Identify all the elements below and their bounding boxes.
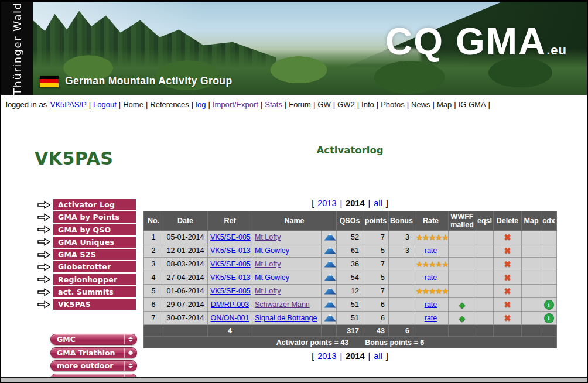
activator-points-summary: Activator points = 43: [276, 338, 348, 347]
nav-link-photos[interactable]: Photos: [381, 100, 404, 109]
sidebar-button-gma-uniques[interactable]: GMA Uniques: [53, 237, 136, 248]
nav-separator: |: [454, 100, 456, 109]
rate-link[interactable]: rate: [425, 273, 437, 282]
nav-link-map[interactable]: Map: [437, 100, 452, 109]
sidebar-item-gma-by-qso[interactable]: GMA by QSO: [37, 224, 136, 235]
summit-name-link[interactable]: Mt Lofty: [255, 233, 281, 241]
nav-link-forum[interactable]: Forum: [289, 100, 311, 109]
qsos-cell: 51: [337, 312, 363, 325]
sidebar-item-act-summits[interactable]: act. Summits: [37, 286, 136, 297]
sidebar-button-vk5pas[interactable]: VK5PAS: [53, 299, 136, 310]
col-header-delete: Delete: [494, 211, 522, 231]
delete-icon[interactable]: ✖: [504, 232, 511, 242]
sidebar-item-gma-s2s[interactable]: GMA S2S: [37, 249, 136, 260]
rate-link[interactable]: rate: [425, 247, 437, 255]
sidebar-item-activator-log[interactable]: Activator Log: [37, 199, 136, 210]
nav-link-import-export[interactable]: Import/Export: [213, 100, 258, 109]
sidebar-item-vk5pas[interactable]: VK5PAS: [37, 299, 136, 310]
mountain-icon[interactable]: [324, 300, 336, 310]
date-cell: 05-01-2014: [163, 231, 208, 244]
nav-link-ig-gma[interactable]: IG GMA: [459, 100, 486, 109]
browser-viewport: Thüringer Wald CQ GMA.eu German Mountain…: [0, 0, 588, 383]
ref-link[interactable]: DM/RP-003: [211, 300, 249, 309]
summit-name-link[interactable]: Mt Lofty: [255, 260, 281, 268]
pagination-link-2013[interactable]: 2013: [317, 351, 336, 361]
mountain-icon[interactable]: [324, 259, 336, 269]
nav-link-stats[interactable]: Stats: [265, 100, 282, 109]
col-header-eqsl: eqsl: [476, 211, 494, 231]
sidebar-item-gma-by-points[interactable]: GMA by Points: [37, 211, 136, 223]
mountain-icon[interactable]: [324, 286, 336, 296]
rate-cell: rate: [413, 298, 449, 312]
delete-icon[interactable]: ✖: [504, 246, 511, 255]
arrow-down-icon: [128, 366, 133, 368]
wwff-mailed-cell: [449, 258, 476, 271]
summit-name-link[interactable]: Signal de Botrange: [255, 314, 317, 322]
ref-link[interactable]: ON/ON-001: [211, 314, 249, 322]
nav-link-gw[interactable]: GW: [317, 100, 330, 109]
ref-link[interactable]: VK5/SE-005: [210, 233, 251, 241]
sidebar-item-gma-uniques[interactable]: GMA Uniques: [37, 237, 136, 248]
sidebar-select-gmc[interactable]: GMC: [50, 334, 137, 345]
ref-link[interactable]: VK5/SE-005: [210, 287, 251, 295]
mountain-icon[interactable]: [324, 232, 336, 242]
banner-region-label: Thüringer Wald: [1, 2, 33, 95]
mountain-icon[interactable]: [324, 246, 336, 256]
bracket-close: ]: [386, 351, 388, 361]
sidebar-button-gma-s2s[interactable]: GMA S2S: [53, 249, 136, 260]
nav-link-home[interactable]: Home: [123, 100, 143, 109]
sidebar-button-gma-by-points[interactable]: GMA by Points: [53, 211, 136, 223]
cdx-info-icon[interactable]: i: [544, 300, 554, 310]
summit-name-link[interactable]: Schwarzer Mann: [255, 300, 310, 309]
table-header-row: No. Date Ref Name QSOs points Bonus Rate…: [144, 211, 557, 231]
delete-icon[interactable]: ✖: [504, 286, 511, 296]
pagination-link-all[interactable]: all: [374, 351, 382, 361]
sidebar-button-gma-by-qso[interactable]: GMA by QSO: [53, 224, 136, 235]
sidebar-select-more-outdoor[interactable]: more outdoor: [50, 360, 137, 371]
ref-link[interactable]: VK5/SE-005: [210, 260, 251, 268]
delete-icon[interactable]: ✖: [504, 273, 511, 282]
nav-link-references[interactable]: References: [150, 100, 189, 109]
pagination-link-2013[interactable]: 2013: [317, 199, 336, 208]
nav-link-news[interactable]: News: [411, 100, 430, 109]
dropdown-arrows-icon: [124, 348, 136, 358]
nav-link-vk5pas-p[interactable]: VK5PAS/P: [50, 100, 87, 109]
year-pagination-top: [2013|2014|all]: [143, 199, 556, 208]
sidebar-button-act-summits[interactable]: act. Summits: [53, 286, 136, 297]
totals-qsos: 317: [337, 325, 363, 337]
summit-name-link[interactable]: Mt Lofty: [255, 287, 281, 295]
sidebar-button-globetrotter[interactable]: Globetrotter: [53, 261, 136, 272]
rate-link[interactable]: rate: [425, 300, 437, 309]
mountain-icon[interactable]: [324, 273, 336, 283]
sidebar-button-regionhopper[interactable]: Regionhopper: [53, 274, 136, 285]
delete-icon[interactable]: ✖: [504, 259, 511, 269]
nav-link-log[interactable]: log: [196, 100, 206, 109]
nav-link-logout[interactable]: Logout: [93, 100, 117, 109]
delete-icon[interactable]: ✖: [504, 313, 511, 323]
bracket-close: ]: [386, 199, 388, 208]
delete-cell: ✖: [494, 231, 522, 244]
mountain-cell: [322, 298, 337, 312]
eqsl-cell: [476, 312, 494, 325]
wwff-mailed-cell: ◆: [449, 298, 476, 312]
summit-name-link[interactable]: Mt Gowley: [255, 273, 289, 282]
col-header-wwff-mailed: WWFF mailed: [449, 211, 476, 231]
log-row: 105-01-2014VK5/SE-005Mt Lofty5273★★★★★✖: [144, 231, 557, 244]
nav-link-gw2[interactable]: GW2: [337, 100, 355, 109]
delete-cell: ✖: [494, 258, 522, 271]
rate-link[interactable]: rate: [425, 314, 437, 322]
sidebar-button-activator-log[interactable]: Activator Log: [53, 199, 136, 210]
mountain-icon[interactable]: [324, 313, 336, 323]
summit-name-link[interactable]: Mt Gowley: [255, 247, 289, 255]
delete-icon[interactable]: ✖: [504, 300, 511, 309]
cdx-info-icon[interactable]: i: [544, 313, 554, 323]
qsos-cell: 12: [337, 285, 363, 298]
ref-link[interactable]: VK5/SE-013: [210, 273, 251, 282]
sidebar-item-globetrotter[interactable]: Globetrotter: [37, 261, 136, 272]
nav-link-info[interactable]: Info: [361, 100, 374, 109]
sidebar-select-gma-triathlon[interactable]: GMA Triathlon: [50, 347, 137, 358]
sidebar-item-regionhopper[interactable]: Regionhopper: [37, 274, 136, 285]
pagination-link-all[interactable]: all: [374, 199, 382, 208]
points-cell: 7: [363, 231, 389, 244]
ref-link[interactable]: VK5/SE-013: [210, 247, 251, 255]
